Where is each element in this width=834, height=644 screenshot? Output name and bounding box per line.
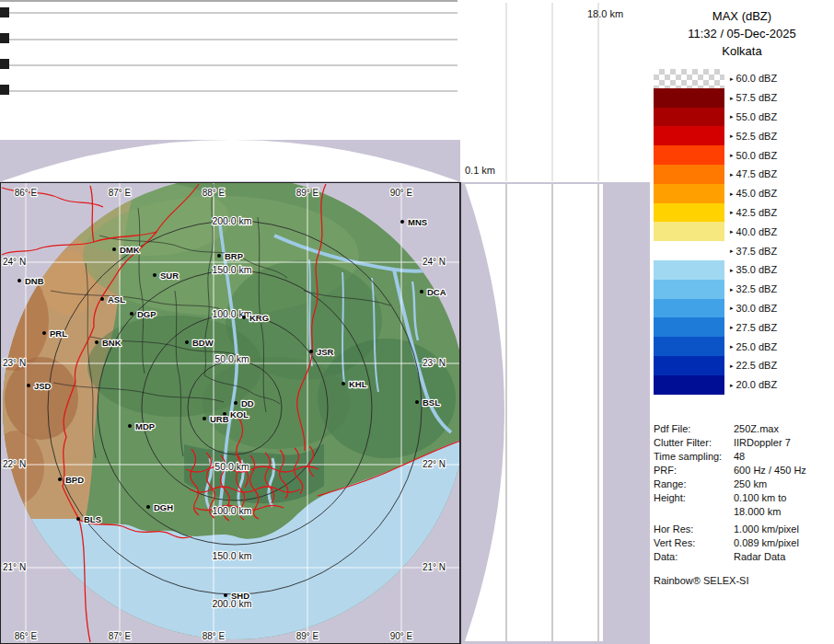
station-dot [234,401,237,405]
color-swatch [654,375,724,395]
info-label: Time sampling: [654,450,734,464]
info-row: Hor Res:1.000 km/pixel [654,523,832,536]
height-axis-tick [0,85,9,95]
station-label: BLS [84,514,101,524]
colorbar-row: ▸20.0 dBZ [654,375,830,395]
station-dot [420,290,423,293]
colorbar-row: ▸22.5 dBZ [654,356,830,375]
info-label: Vert Res: [654,536,734,550]
info-row: Time sampling:48 [654,450,832,464]
info-value: 600 Hz / 450 Hz [734,464,806,477]
dbz-label: 52.5 dBZ [736,131,778,142]
info-value: 18.000 km [734,505,781,519]
ring-label: 100.0 km [212,308,251,319]
station-dot [415,400,419,404]
dbz-colorbar: ▸60.0 dBZ ▸57.5 dBZ ▸55.0 dBZ ▸52.5 dBZ … [654,69,830,395]
station-dot [224,593,227,597]
lat-label: 23° N [3,358,26,368]
tick-arrow-icon: ▸ [730,382,734,388]
color-swatch [654,317,724,337]
station-label: SHD [231,591,249,601]
info-value: IIRDoppler 7 [734,436,791,450]
station-label: KHL [349,379,367,389]
info-row: Clutter Filter:IIRDoppler 7 [654,436,832,450]
color-swatch [654,165,724,184]
tick-arrow-icon: ▸ [730,286,734,293]
info-row: PRF:600 Hz / 450 Hz [654,464,832,477]
info-row: Vert Res:0.089 km/pixel [654,536,832,550]
station-dot [42,331,46,335]
color-swatch [654,145,724,165]
station-dot [130,312,133,316]
lon-label: 87° E [109,188,132,198]
info-label: PRF: [654,464,734,477]
lat-label: 22° N [3,459,26,469]
software-brand: Rainbow® SELEX-SI [654,574,832,588]
dbz-label: 25.0 dBZ [736,341,778,352]
info-row: Range:250 km [654,477,832,491]
colorbar-row: ▸35.0 dBZ [654,260,830,280]
dbz-label: 27.5 dBZ [736,322,778,333]
radar-map: 200.0 km 150.0 km 100.0 km 50.0 km 50.0 … [0,182,460,644]
station-label: KOL [230,409,249,420]
station-label: BRP [225,251,244,261]
height-axis-tick [0,7,9,17]
colorbar-row: ▸25.0 dBZ [654,337,830,356]
ring-label: 50.0 km [214,461,249,472]
dbz-label: 60.0 dBZ [736,73,778,84]
lon-label: 86° E [15,631,38,641]
info-label: Pdf File: [654,422,734,436]
dbz-label: 37.5 dBZ [736,246,778,257]
dbz-label: 45.0 dBZ [736,188,778,199]
color-swatch [654,299,724,318]
product-title: MAX (dBZ) [650,7,834,25]
height-profile-top-panel [0,0,460,182]
info-label [654,505,734,519]
station-label: KRG [249,313,269,323]
dbz-label: 57.5 dBZ [736,92,778,103]
height-axis-tick [0,33,9,43]
station-dot [100,297,104,301]
height-axis-tick [0,59,9,69]
info-label: Clutter Filter: [654,436,734,450]
info-label: Hor Res: [654,523,734,536]
info-label: Data: [654,550,734,564]
color-swatch [654,108,724,127]
lat-label: 24° N [423,257,446,267]
station-label: MNS [408,217,427,227]
tick-arrow-icon: ▸ [730,267,734,273]
info-value: Radar Data [734,550,785,564]
ring-label: 200.0 km [212,215,251,226]
product-header: MAX (dBZ) 11:32 / 05-Dec-2025 Kolkata [650,7,834,60]
color-swatch [654,356,724,375]
station-label: DGH [154,502,173,512]
info-value: 48 [734,450,745,464]
station-dot [76,517,80,521]
color-swatch [654,222,724,241]
tick-arrow-icon: ▸ [730,362,734,369]
tick-arrow-icon: ▸ [730,228,734,235]
station-dot [58,477,62,481]
station-label: DCA [427,287,446,297]
station-label: DGP [137,309,156,319]
station-label: BSL [423,397,440,408]
lon-label: 90° E [390,631,413,641]
tick-arrow-icon: ▸ [730,343,734,350]
station-dot [146,505,150,509]
color-swatch [654,280,724,299]
station-dot [342,382,345,385]
tick-arrow-icon: ▸ [730,324,734,330]
info-value: 250Z.max [734,422,779,436]
dbz-label: 20.0 dBZ [736,379,778,390]
info-row: Pdf File:250Z.max [654,422,832,436]
tick-arrow-icon: ▸ [730,113,734,120]
station-label: PRL [50,328,67,339]
dbz-label: 50.0 dBZ [736,150,778,161]
ring-label: 100.0 km [212,505,251,516]
dbz-label: 47.5 dBZ [736,168,778,179]
color-swatch [654,88,724,108]
tick-arrow-icon: ▸ [730,190,734,197]
tick-arrow-icon: ▸ [730,305,734,311]
lat-label: 22° N [423,459,446,469]
lat-label: 21° N [3,562,26,572]
